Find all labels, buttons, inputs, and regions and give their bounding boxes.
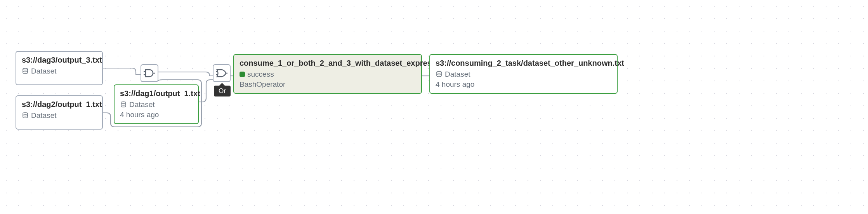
database-icon (436, 71, 443, 78)
status-dot-icon (240, 72, 245, 77)
gate-tooltip: Or (214, 86, 231, 96)
task-status: success (247, 69, 274, 79)
or-gate[interactable] (213, 64, 231, 82)
dag-canvas[interactable]: s3://dag3/output_3.txt Dataset s3://dag2… (0, 0, 868, 214)
dataset-time: 4 hours ago (436, 79, 611, 89)
task-operator: BashOperator (240, 79, 416, 89)
dataset-node[interactable]: s3://dag1/output_1.txt Dataset 4 hours a… (114, 84, 199, 124)
task-node[interactable]: consume_1_or_both_2_and_3_with_dataset_e… (233, 54, 422, 94)
and-gate[interactable] (141, 64, 158, 82)
task-title: consume_1_or_both_2_and_3_with_dataset_e… (240, 58, 416, 68)
dataset-type-label: Dataset (31, 66, 56, 76)
database-icon (120, 101, 127, 108)
svg-point-1 (23, 112, 28, 114)
database-icon (22, 68, 29, 75)
svg-point-9 (437, 71, 441, 73)
dataset-title: s3://dag2/output_1.txt (22, 99, 97, 110)
dataset-type-label: Dataset (31, 111, 56, 121)
dataset-node[interactable]: s3://dag3/output_3.txt Dataset (16, 51, 103, 85)
dataset-node[interactable]: s3://dag2/output_1.txt Dataset (16, 95, 103, 130)
dataset-title: s3://dag3/output_3.txt (22, 55, 97, 65)
svg-point-5 (121, 102, 126, 103)
svg-point-0 (23, 68, 28, 70)
dataset-title: s3://dag1/output_1.txt (120, 88, 193, 99)
dataset-title: s3://consuming_2_task/dataset_other_unkn… (436, 58, 611, 68)
dataset-type-label: Dataset (445, 69, 470, 79)
dataset-node[interactable]: s3://consuming_2_task/dataset_other_unkn… (429, 54, 618, 94)
dataset-type-label: Dataset (129, 100, 155, 110)
database-icon (22, 112, 29, 119)
dataset-time: 4 hours ago (120, 110, 193, 120)
